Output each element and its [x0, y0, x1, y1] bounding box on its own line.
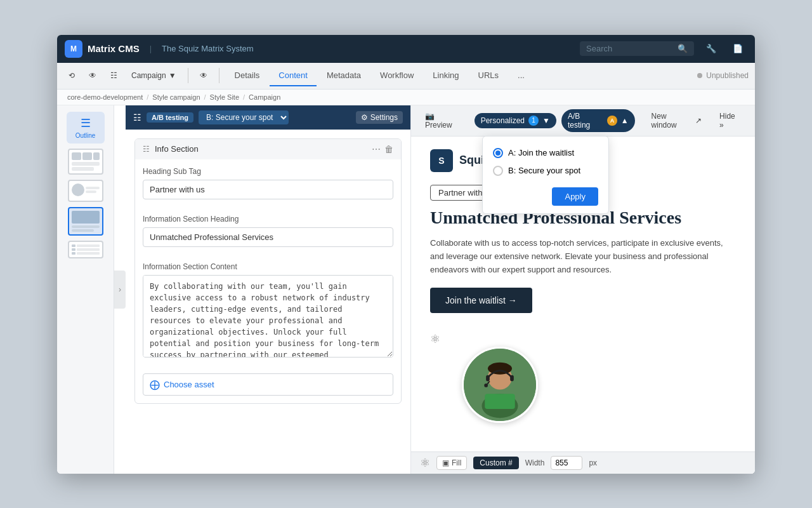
tab-content[interactable]: Content [270, 65, 317, 86]
tab-details[interactable]: Details [226, 65, 269, 86]
project-title: The Squiz Matrix System [162, 44, 254, 53]
svg-point-6 [484, 384, 488, 387]
campaign-label: Campaign [131, 71, 166, 80]
breadcrumb: core-demo-development / Style campaign /… [57, 90, 755, 105]
section-icon: ☷ [143, 145, 150, 154]
personalized-count: 1 [528, 116, 539, 126]
edit-panel-header: ☷ A/B testing B: Secure your spot ⚙ Sett… [126, 105, 410, 130]
plus-circle-icon: ⨁ [150, 378, 160, 391]
section-card-header: ☷ Info Section ⋯ 🗑 [135, 139, 401, 159]
history-btn[interactable]: ⟲ [63, 69, 80, 83]
breadcrumb-item-4[interactable]: Campaign [249, 93, 280, 101]
collapse-panel-btn[interactable]: › [114, 271, 126, 309]
wrench-icon[interactable]: 🔧 [702, 39, 721, 58]
chevron-up-icon: ▲ [621, 116, 629, 125]
hide-btn[interactable]: Hide » [713, 109, 747, 132]
eye-icon: 👁 [89, 71, 96, 80]
preview-btn[interactable]: 📷 Preview [419, 109, 469, 132]
ab-testing-tag[interactable]: A/B testing A ▲ [561, 109, 635, 132]
panel-btn-outline[interactable]: ☰ Outline [67, 112, 105, 144]
nav-divider: | [150, 44, 152, 53]
variant-select[interactable]: B: Secure your spot [199, 110, 289, 124]
breadcrumb-item-1[interactable]: core-demo-development [67, 93, 143, 101]
personalized-tag[interactable]: Personalized 1 ▼ [475, 113, 556, 128]
logo-area: M Matrix CMS [65, 40, 140, 58]
ab-badge: A/B testing [147, 112, 193, 123]
panel-btn-1[interactable] [68, 149, 103, 175]
tab-metadata[interactable]: Metadata [318, 65, 370, 86]
document-icon[interactable]: 📄 [728, 39, 747, 58]
ab-testing-label: A/B testing [568, 112, 603, 130]
option-a-label: A: Join the waitlist [508, 148, 574, 157]
apply-btn[interactable]: Apply [552, 187, 598, 206]
info-heading-group: Information Section Heading [143, 207, 393, 255]
hash-icon: # [508, 458, 513, 467]
hide-label: Hide » [719, 112, 741, 130]
join-waitlist-btn[interactable]: Join the waitlist → [430, 288, 532, 313]
preview-eye-icon: 👁 [200, 71, 207, 80]
info-heading-label: Information Section Heading [143, 215, 393, 224]
info-content-textarea[interactable]: By collaborating with our team, you'll g… [143, 275, 393, 358]
width-label: Width [525, 458, 545, 467]
left-panel: ☰ Outline [57, 105, 114, 474]
fill-btn[interactable]: ▣ Fill [436, 456, 467, 470]
panel-btn-4[interactable] [68, 241, 103, 258]
preview-eye-btn[interactable]: 👁 [195, 69, 213, 83]
info-content-label: Information Section Content [143, 262, 393, 271]
tab-more[interactable]: ... [509, 65, 534, 86]
preview-label: Preview [425, 121, 452, 130]
delete-icon[interactable]: 🗑 [384, 144, 393, 154]
breadcrumb-sep3: / [243, 93, 245, 101]
breadcrumb-item-3[interactable]: Style Site [210, 93, 239, 101]
radio-circle-a [493, 148, 503, 158]
search-input[interactable] [586, 44, 674, 53]
section-inner: Heading Sub Tag Information Section Head… [135, 159, 401, 403]
search-box[interactable]: 🔍 [580, 41, 694, 56]
outline-label: Outline [75, 132, 96, 139]
heading-sub-tag-input[interactable] [143, 180, 393, 199]
main-content: ☰ Outline [57, 105, 755, 474]
campaign-dropdown[interactable]: Campaign ▼ [126, 69, 181, 83]
settings-btn[interactable]: ⚙ Settings [356, 111, 403, 124]
panel-btn-2[interactable] [68, 180, 103, 202]
toolbar-divider [188, 68, 188, 83]
svg-rect-7 [485, 394, 515, 409]
tab-urls[interactable]: URLs [469, 65, 508, 86]
info-content-group: Information Section Content By collabora… [143, 255, 393, 367]
preview-panel: 📷 Preview Personalized 1 ▼ A/B testing A… [411, 105, 755, 474]
px-label: px [589, 458, 597, 467]
preview-body-text: Collaborate with us to access top-notch … [430, 237, 736, 276]
search-icon[interactable]: 🔍 [678, 44, 688, 53]
preview-toolbar: 📷 Preview Personalized 1 ▼ A/B testing A… [411, 105, 755, 137]
tab-workflow[interactable]: Workflow [371, 65, 422, 86]
edit-panel: ☷ A/B testing B: Secure your spot ⚙ Sett… [126, 105, 411, 474]
width-input[interactable] [551, 456, 582, 470]
settings-label: Settings [370, 113, 398, 122]
section-actions: ⋯ 🗑 [372, 144, 393, 154]
custom-btn[interactable]: Custom # [473, 457, 518, 469]
breadcrumb-sep: / [147, 93, 148, 101]
ab-variant-badge: A [607, 116, 617, 126]
app-name: Matrix CMS [88, 43, 140, 54]
more-icon[interactable]: ⋯ [372, 144, 381, 154]
info-section-card: ☷ Info Section ⋯ 🗑 Heading Sub Tag [134, 138, 402, 404]
custom-label: Custom [480, 458, 506, 467]
grid-btn[interactable]: ☷ [105, 69, 122, 83]
choose-asset-btn[interactable]: ⨁ Choose asset [143, 373, 393, 396]
radio-option-b[interactable]: B: Secure your spot [493, 162, 598, 180]
panel-btn-3[interactable] [68, 207, 103, 236]
eye-btn[interactable]: 👁 [84, 69, 102, 83]
avatar-face [464, 349, 536, 421]
squiz-logo: S [430, 149, 453, 172]
radio-option-a[interactable]: A: Join the waitlist [493, 144, 598, 162]
info-heading-input[interactable] [143, 227, 393, 247]
main-toolbar: ⟲ 👁 ☷ Campaign ▼ 👁 Details Content Metad… [57, 63, 755, 90]
grid-icon: ☷ [110, 71, 117, 80]
status-badge: Unpublished [697, 71, 749, 80]
chevron-down-icon: ▼ [542, 116, 550, 125]
new-window-btn[interactable]: New window ↗ [645, 109, 709, 132]
top-navigation: M Matrix CMS | The Squiz Matrix System 🔍… [57, 35, 755, 63]
tab-linking[interactable]: Linking [424, 65, 468, 86]
breadcrumb-item-2[interactable]: Style campaign [152, 93, 200, 101]
fill-label: Fill [452, 458, 461, 467]
